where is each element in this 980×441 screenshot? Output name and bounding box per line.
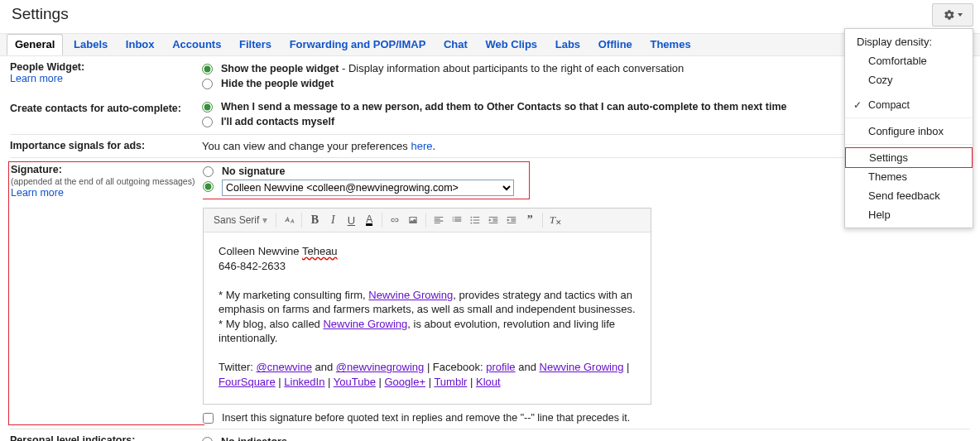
menu-item-themes[interactable]: Themes <box>845 167 973 186</box>
radio-signature-account[interactable] <box>203 181 214 192</box>
gear-menu: Display density: Comfortable Cozy Compac… <box>844 28 973 228</box>
tab-general[interactable]: General <box>7 34 63 55</box>
personal-title: Personal level indicators: <box>10 434 202 441</box>
settings-tabs: General Labels Inbox Accounts Filters Fo… <box>0 33 980 56</box>
row-ads: Importance signals for ads: You can view… <box>10 135 970 158</box>
row-personal-indicators: Personal level indicators: No indicators… <box>10 429 970 441</box>
ads-prefix: You can view and change your preferences <box>202 140 411 152</box>
sig-link-fb-profile[interactable]: profile <box>486 361 515 373</box>
sig-link-youtube[interactable]: YouTube <box>334 376 376 388</box>
editor-toolbar: Sans Serif ▾ B I U A <box>204 209 651 232</box>
editor-body[interactable]: Colleen Newvine Teheau 646-842-2633 * My… <box>204 232 651 404</box>
svg-point-2 <box>471 223 473 224</box>
ordered-list-icon[interactable] <box>448 212 466 228</box>
sig-link-blog[interactable]: Newvine Growing <box>323 318 407 330</box>
tab-inbox[interactable]: Inbox <box>118 34 162 55</box>
signature-account-select[interactable]: Colleen Newvine <colleen@newvinegrowing.… <box>222 180 514 196</box>
gear-button[interactable] <box>932 3 973 26</box>
row-people-widget: People Widget: Learn more Show the peopl… <box>10 56 970 135</box>
tab-offline[interactable]: Offline <box>591 34 640 55</box>
gear-icon <box>944 9 955 21</box>
people-widget-learn-more[interactable]: Learn more <box>10 73 63 84</box>
menu-item-help[interactable]: Help <box>845 205 973 224</box>
sig-link-firm[interactable]: Newvine Growing <box>368 289 453 301</box>
menu-item-send-feedback[interactable]: Send feedback <box>845 186 973 205</box>
bullet-list-icon[interactable] <box>466 212 484 228</box>
row-signature: Signature: (appended at the end of all o… <box>10 158 970 429</box>
sig-name-misspelled: Teheau <box>302 245 338 257</box>
quote-icon[interactable]: ” <box>521 212 539 228</box>
chevron-down-icon <box>958 13 963 17</box>
menu-header: Display density: <box>845 32 973 51</box>
sig-link-foursquare[interactable]: FourSquare <box>219 376 276 388</box>
sig-p1-pre: * My marketing consulting firm, <box>219 289 368 301</box>
tab-webclips[interactable]: Web Clips <box>478 34 545 55</box>
signature-editor: Sans Serif ▾ B I U A <box>203 208 651 405</box>
label-show-people-widget: Show the people widget <box>221 63 339 74</box>
radio-no-indicators[interactable] <box>202 437 213 441</box>
sig-phone: 646-842-2633 <box>219 259 636 274</box>
tab-themes[interactable]: Themes <box>642 34 698 55</box>
ads-here-link[interactable]: here <box>411 140 432 152</box>
chk-insert-signature-before-quote[interactable] <box>203 413 214 424</box>
italic-icon[interactable]: I <box>324 212 342 228</box>
tab-accounts[interactable]: Accounts <box>165 34 228 55</box>
underline-icon[interactable]: U <box>342 212 360 228</box>
font-size-icon[interactable] <box>280 212 298 228</box>
label-no-signature: No signature <box>222 165 285 178</box>
menu-divider <box>845 144 973 145</box>
radio-auto-contacts[interactable] <box>202 102 213 113</box>
svg-point-1 <box>471 219 473 221</box>
contacts-title: Create contacts for auto-complete: <box>10 103 202 114</box>
svg-point-0 <box>471 217 473 218</box>
sig-link-klout[interactable]: Klout <box>476 376 501 388</box>
menu-item-compact[interactable]: Compact <box>845 96 973 114</box>
sig-p2-pre: * My blog, also called <box>219 318 323 330</box>
label-hide-people-widget: Hide the people widget <box>221 77 334 90</box>
label-manual-contacts: I'll add contacts myself <box>221 115 334 128</box>
indent-icon[interactable] <box>502 212 521 228</box>
page-title: Settings <box>0 0 980 33</box>
label-auto-contacts: When I send a message to a new person, a… <box>221 100 786 113</box>
text-color-icon[interactable]: A <box>360 212 378 228</box>
radio-hide-people-widget[interactable] <box>202 79 213 89</box>
tab-labs[interactable]: Labs <box>548 34 588 55</box>
sig-link-tw2[interactable]: @newvinegrowing <box>336 361 424 373</box>
link-icon[interactable] <box>386 212 404 228</box>
signature-sub: (appended at the end of all outgoing mes… <box>11 176 195 186</box>
menu-item-configure-inbox[interactable]: Configure inbox <box>845 122 973 141</box>
sig-tw-pre: Twitter: <box>219 361 257 373</box>
ads-title: Importance signals for ads: <box>10 140 202 152</box>
sig-link-tumblr[interactable]: Tumblr <box>434 376 467 388</box>
tab-chat[interactable]: Chat <box>436 34 475 55</box>
clear-format-icon[interactable]: T✕ <box>546 212 564 228</box>
menu-item-settings[interactable]: Settings <box>845 147 973 168</box>
radio-show-people-widget[interactable] <box>202 64 213 74</box>
sig-link-googleplus[interactable]: Google+ <box>385 376 426 388</box>
font-family-select[interactable]: Sans Serif ▾ <box>209 214 272 226</box>
menu-item-comfortable[interactable]: Comfortable <box>845 51 973 70</box>
sig-link-tw1[interactable]: @cnewvine <box>257 361 312 373</box>
menu-divider <box>845 117 973 118</box>
tab-labels[interactable]: Labels <box>66 34 115 55</box>
ads-suffix: . <box>433 140 436 152</box>
radio-manual-contacts[interactable] <box>202 117 213 127</box>
signature-title: Signature: <box>11 164 62 175</box>
desc-show-people-widget: - Display information about participants… <box>339 62 684 74</box>
bold-icon[interactable]: B <box>305 212 324 228</box>
tab-forwarding[interactable]: Forwarding and POP/IMAP <box>282 34 434 55</box>
menu-item-cozy[interactable]: Cozy <box>845 70 973 89</box>
outdent-icon[interactable] <box>484 212 502 228</box>
radio-no-signature[interactable] <box>203 166 214 177</box>
sig-link-fb-page[interactable]: Newvine Growing <box>540 361 624 373</box>
signature-learn-more[interactable]: Learn more <box>11 187 64 199</box>
chk-insert-signature-label: Insert this signature before quoted text… <box>222 412 630 424</box>
label-no-indicators: No indicators <box>221 435 287 441</box>
sig-name-first: Colleen Newvine <box>219 245 302 257</box>
align-left-icon[interactable] <box>430 212 448 228</box>
people-widget-title: People Widget: <box>10 61 84 73</box>
image-icon[interactable] <box>404 212 422 228</box>
sig-link-linkedin[interactable]: LinkedIn <box>284 376 324 388</box>
tab-filters[interactable]: Filters <box>232 34 279 55</box>
